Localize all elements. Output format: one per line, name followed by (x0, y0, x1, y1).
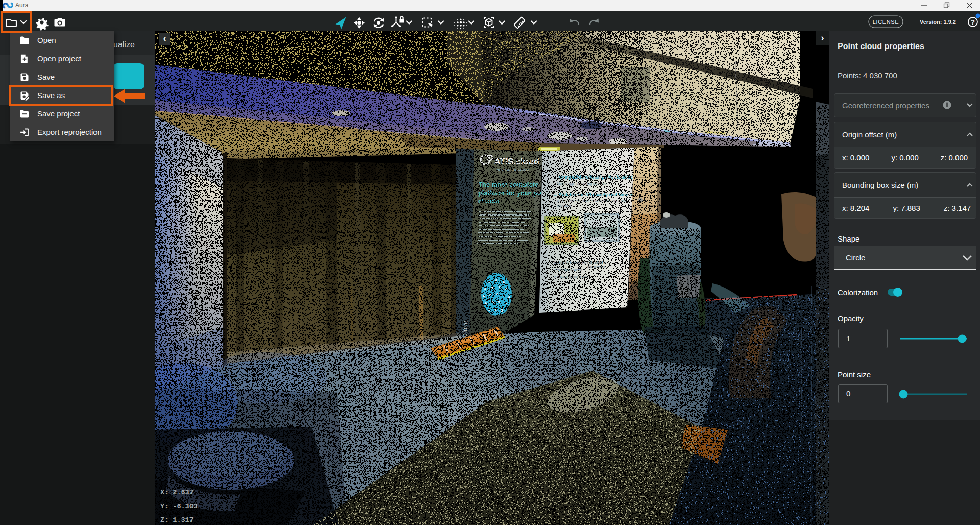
svg-text:Z: 1.317: Z: 1.317 (160, 516, 194, 524)
svg-text:?: ? (971, 18, 975, 26)
svg-text:LICENSE: LICENSE (873, 19, 899, 25)
svg-text:X: 2.637: X: 2.637 (160, 489, 194, 496)
svg-text:Version: 1.9.2: Version: 1.9.2 (920, 19, 956, 25)
svg-text:Y: -6.303: Y: -6.303 (160, 503, 198, 510)
